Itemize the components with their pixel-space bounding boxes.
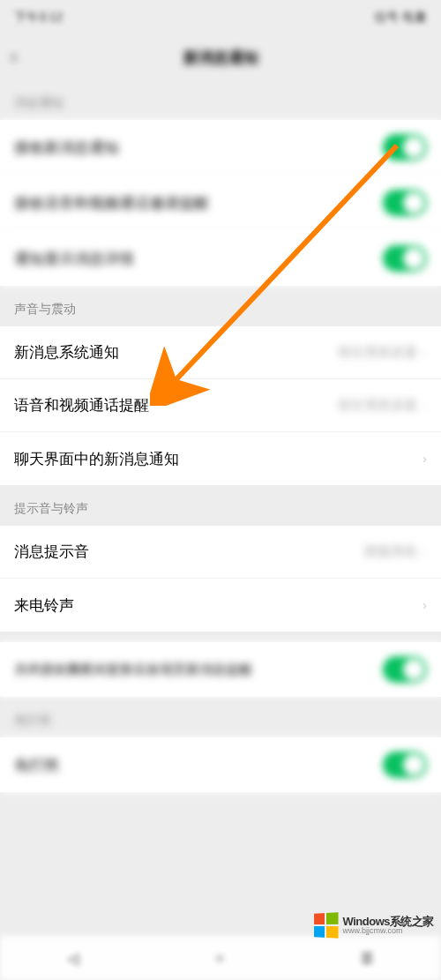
row-label: 免打扰 [14, 755, 59, 775]
row-label: 来电铃声 [14, 595, 74, 616]
section-dnd: 免打扰 [0, 737, 441, 792]
nav-home-icon[interactable]: ○ [215, 950, 224, 966]
chevron-right-icon: › [422, 545, 427, 559]
nav-bar: ‹ 新消息通知 [0, 35, 441, 79]
row-value: 前往系统设置 › [338, 344, 427, 361]
row-receive-call-invite[interactable]: 接收语音和视频通话邀请提醒 [0, 176, 441, 231]
row-show-detail[interactable]: 通知显示消息详情 [0, 231, 441, 286]
row-value: 前往系统设置 › [338, 397, 427, 414]
row-label: 通知显示消息详情 [14, 249, 134, 269]
section-header-sound-vibrate: 声音与震动 [0, 286, 441, 326]
row-label: 聊天界面中的新消息通知 [14, 449, 179, 469]
status-time: 下午3:12 [14, 10, 63, 26]
row-label: 新消息系统通知 [14, 342, 119, 363]
section-moments: 关闭朋友圈夜间更新后发现页新消息提醒 [0, 642, 441, 697]
status-bar: 下午3:12 信号 电量 [0, 0, 441, 35]
row-new-message-system-notify[interactable]: 新消息系统通知 前往系统设置 › [0, 326, 441, 379]
section-tone-ring: 消息提示音 跟随系统 › 来电铃声 › [0, 526, 441, 632]
row-label: 接收语音和视频通话邀请提醒 [14, 193, 209, 213]
windows-logo-icon [314, 912, 338, 939]
section-sound-vibrate: 新消息系统通知 前往系统设置 › 语音和视频通话提醒 前往系统设置 › 聊天界面… [0, 326, 441, 485]
row-label: 关闭朋友圈夜间更新后发现页新消息提醒 [14, 662, 252, 678]
nav-recent-icon[interactable]: ☰ [361, 950, 373, 967]
row-message-tone[interactable]: 消息提示音 跟随系统 › [0, 526, 441, 579]
row-value: › [422, 452, 427, 466]
toggle-on[interactable] [383, 245, 427, 272]
toggle-on[interactable] [383, 134, 427, 161]
section-header-notifications: 消息通知 [0, 79, 441, 120]
toggle-on[interactable] [383, 190, 427, 216]
system-nav-bar: ◁ ○ ☰ [0, 936, 441, 980]
chevron-right-icon: › [422, 598, 427, 612]
row-value: 跟随系统 › [364, 543, 427, 560]
row-dnd[interactable]: 免打扰 [0, 737, 441, 792]
row-label: 语音和视频通话提醒 [14, 395, 149, 415]
nav-back-icon[interactable]: ◁ [68, 950, 78, 967]
section-header-tone-ring: 提示音与铃声 [0, 485, 441, 526]
row-label: 消息提示音 [14, 542, 89, 562]
watermark-url: www.bjjcmw.com [343, 927, 434, 935]
chevron-right-icon: › [422, 452, 427, 466]
row-incoming-ringtone[interactable]: 来电铃声 › [0, 579, 441, 632]
back-button[interactable]: ‹ [11, 46, 17, 69]
section-notifications: 接收新消息通知 接收语音和视频通话邀请提醒 通知显示消息详情 [0, 120, 441, 286]
row-label: 接收新消息通知 [14, 138, 119, 158]
status-indicators: 信号 电量 [374, 10, 427, 26]
watermark: Windows系统之家 www.bjjcmw.com [313, 913, 434, 938]
row-moments-night-update[interactable]: 关闭朋友圈夜间更新后发现页新消息提醒 [0, 642, 441, 697]
row-voice-video-call-alert[interactable]: 语音和视频通话提醒 前往系统设置 › [0, 379, 441, 432]
row-value: › [422, 598, 427, 612]
row-receive-new-message[interactable]: 接收新消息通知 [0, 120, 441, 176]
toggle-on[interactable] [383, 656, 427, 683]
chevron-right-icon: › [422, 346, 427, 360]
section-header-dnd: 免打扰 [0, 697, 441, 737]
chevron-right-icon: › [422, 399, 427, 413]
page-title: 新消息通知 [183, 48, 258, 68]
row-chat-interface-new-message[interactable]: 聊天界面中的新消息通知 › [0, 432, 441, 485]
toggle-on[interactable] [383, 752, 427, 778]
